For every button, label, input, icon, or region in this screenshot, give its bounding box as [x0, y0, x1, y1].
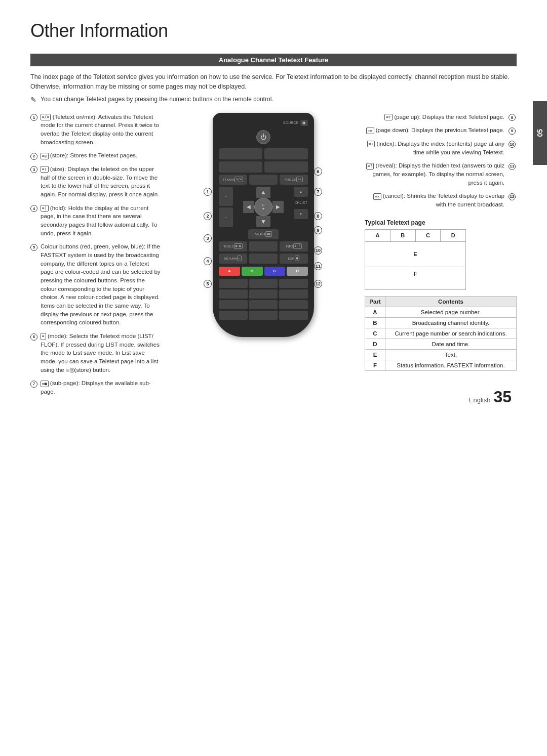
menu-button[interactable]: MENU ▦▦ — [248, 229, 279, 239]
nav-enter-button[interactable]: P▼ — [254, 198, 272, 216]
nav-up-button[interactable]: ▲ — [256, 187, 270, 198]
remote-power-row: ⏻ — [219, 130, 308, 144]
color-d-button[interactable]: D — [287, 267, 308, 276]
tools-button[interactable]: TOOLS▦ ▦ — [219, 241, 247, 251]
menu-row: MENU ▦▦ — [219, 229, 308, 239]
num-btn-blank-9[interactable] — [279, 300, 308, 309]
teletext-body-e: E — [365, 242, 465, 267]
color-b-button[interactable]: B — [242, 267, 263, 276]
tools-info-row: TOOLS▦ ▦ INFOi ? — [219, 241, 308, 251]
table-header-contents: Contents — [385, 296, 517, 307]
chlist-label: CHLIST — [294, 198, 308, 207]
num-btn-blank-5[interactable] — [249, 289, 278, 299]
teletext-diagram: A B C D E F — [365, 229, 466, 290]
reveal-icon: ≡? — [366, 163, 374, 170]
num-btn-blank-4[interactable] — [219, 289, 248, 299]
item-number-1: 1 — [30, 113, 38, 121]
page-container: Other Information Analogue Channel Telet… — [0, 0, 547, 422]
num-btn-blank-1[interactable] — [219, 279, 248, 288]
power-button[interactable]: ⏻ — [256, 130, 270, 144]
list-item-8: ≡↑ (page up): Displays the next Teletext… — [365, 113, 517, 121]
source-button[interactable]: ▣ — [300, 120, 308, 126]
nav-right-button[interactable]: ▶ — [272, 201, 284, 213]
side-tab: 05 Other Information — [533, 101, 547, 165]
list-item: 3 ≡↕ (size): Displays the teletext on th… — [30, 165, 162, 199]
color-c-button[interactable]: C — [264, 267, 286, 276]
item-number-5: 5 — [30, 243, 38, 251]
remote-top-bar: SOURCE ▣ — [219, 120, 308, 126]
table-cell-content: Text. — [385, 349, 517, 360]
table-body: A Selected page number. B Broadcasting c… — [365, 307, 517, 370]
remote-btn-blank-2[interactable] — [264, 148, 308, 159]
vol-col: + − — [219, 187, 233, 227]
ttx-prech-row: TTX/MIX≡/≡ PRE-CH≡• — [219, 175, 308, 185]
source-label: SOURCE — [283, 121, 298, 124]
num-btn-blank-8[interactable] — [249, 300, 278, 309]
blank-center-btn[interactable] — [249, 175, 278, 185]
subpage-icon: ≡■ — [41, 381, 49, 387]
list-item: 1 ≡/≡ (Teletext on/mix): Activates the T… — [30, 113, 162, 147]
remote-btn-blank-4[interactable] — [264, 161, 308, 173]
list-item: 7 ≡■ (sub-page): Displays the available … — [30, 379, 162, 396]
page-down-icon: ↕≡ — [366, 128, 374, 134]
color-buttons-row: A B C D — [219, 267, 308, 276]
teletext-cell-c: C — [416, 230, 441, 241]
page-title: Other Information — [30, 20, 517, 41]
return-exit-row: RETURN↩ EXIT■ — [219, 254, 308, 264]
callout-12-pos: 12 — [314, 280, 323, 288]
nav-down-button[interactable]: ▼ — [256, 216, 270, 227]
blank-mid-btn2[interactable] — [249, 254, 278, 264]
list-item-12: ≡✕ (cancel): Shrinks the Teletext displa… — [365, 192, 517, 208]
table-cell-content: Status information. FASTEXT information. — [385, 360, 517, 370]
nav-left-button[interactable]: ◀ — [243, 201, 254, 213]
item-number-9: 9 — [509, 127, 517, 135]
num-btn-blank-6[interactable] — [279, 289, 308, 299]
remote-btn-blank-3[interactable] — [219, 161, 262, 173]
callout-4-pos: 4 — [204, 257, 213, 265]
teletext-footer-f: F — [365, 267, 465, 280]
num-btn-blank-10[interactable] — [219, 311, 248, 320]
teletext-section: Typical Teletext page A B C D E F — [365, 219, 517, 371]
vol-up-button[interactable]: + — [219, 187, 233, 206]
callout-10-pos: 10 — [314, 246, 323, 255]
size-icon: ≡↕ — [41, 166, 49, 173]
item-number-10: 10 — [509, 140, 517, 148]
list-item-11: ≡? (reveal): Displays the hidden text (a… — [365, 161, 517, 187]
remote-btn-blank-1[interactable] — [219, 148, 262, 159]
callout-2-pos: 2 — [204, 212, 213, 220]
return-button[interactable]: RETURN↩ — [219, 254, 247, 264]
table-cell-part: C — [365, 328, 385, 339]
callout-1-pos: 1 — [204, 188, 213, 196]
table-row: C Current page number or search indicati… — [365, 328, 517, 339]
callout-11-pos: 11 — [314, 262, 323, 270]
table-row: A Selected page number. — [365, 307, 517, 317]
right-column: ≡↑ (page up): Displays the next Teletext… — [365, 113, 517, 401]
table-cell-part: D — [365, 339, 385, 349]
vol-down-button[interactable]: − — [219, 207, 233, 227]
num-btn-blank-2[interactable] — [249, 279, 278, 288]
info-button[interactable]: INFOi ? — [280, 241, 308, 251]
color-a-button[interactable]: A — [219, 267, 240, 276]
ch-down-button[interactable]: ▼ — [294, 209, 308, 219]
callout-3-pos: 3 — [204, 234, 213, 242]
num-btn-blank-3[interactable] — [279, 279, 308, 288]
callout-7-pos: 7 — [314, 188, 323, 196]
table-cell-part: E — [365, 349, 385, 360]
ttx-mix-button[interactable]: TTX/MIX≡/≡ — [219, 175, 247, 185]
remote-control: SOURCE ▣ ⏻ TT — [213, 113, 314, 337]
ch-up-button[interactable]: ▲ — [294, 187, 308, 197]
item-number-11: 11 — [509, 162, 517, 170]
num-btn-blank-7[interactable] — [219, 300, 248, 309]
blank-mid-btn[interactable] — [249, 241, 278, 251]
list-item-10: ≡i (index): Displays the index (contents… — [365, 140, 517, 156]
main-content: 1 ≡/≡ (Teletext on/mix): Activates the T… — [30, 113, 517, 401]
teletext-title: Typical Teletext page — [365, 219, 517, 226]
teletext-cell-d: D — [441, 230, 465, 241]
num-btn-blank-12[interactable] — [279, 311, 308, 320]
num-btn-blank-11[interactable] — [249, 311, 278, 320]
nav-cluster: ▲ ◀ P▼ ▶ ▼ — [235, 187, 292, 227]
intro-paragraph: The index page of the Teletext service g… — [30, 72, 517, 92]
nav-mid-row: ◀ P▼ ▶ — [235, 198, 292, 216]
exit-button[interactable]: EXIT■ — [280, 254, 308, 264]
prech-button[interactable]: PRE-CH≡• — [280, 175, 308, 185]
